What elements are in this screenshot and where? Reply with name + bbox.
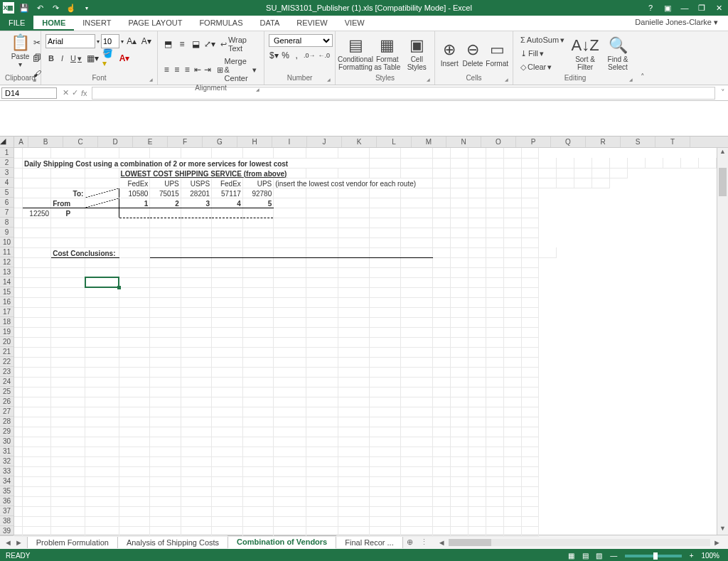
cell-P39[interactable] bbox=[450, 526, 468, 536]
cell-O16[interactable] bbox=[432, 297, 450, 307]
cell-H23[interactable] bbox=[212, 367, 243, 377]
cell-N22[interactable] bbox=[401, 357, 432, 367]
font-color-icon[interactable]: A▾ bbox=[117, 51, 132, 65]
cell-G18[interactable] bbox=[181, 317, 211, 327]
cell-B8[interactable] bbox=[23, 218, 51, 228]
cell-C26[interactable] bbox=[51, 397, 85, 407]
cell-H27[interactable] bbox=[212, 407, 243, 417]
cell-F7[interactable] bbox=[150, 208, 181, 218]
cell-J15[interactable] bbox=[274, 287, 306, 297]
cell-H12[interactable] bbox=[212, 257, 243, 267]
cell-T6[interactable] bbox=[521, 198, 539, 208]
cell-M12[interactable] bbox=[370, 257, 401, 267]
cell-F19[interactable] bbox=[150, 327, 181, 337]
cell-E23[interactable] bbox=[119, 367, 150, 377]
cell-P32[interactable] bbox=[450, 456, 468, 466]
cell-C25[interactable] bbox=[51, 387, 85, 397]
row-header-28[interactable]: 28 bbox=[0, 417, 14, 427]
cell-G32[interactable] bbox=[181, 456, 211, 466]
cell-J11[interactable] bbox=[306, 247, 338, 257]
touch-mode-icon[interactable]: ☝ bbox=[65, 2, 77, 14]
cell-M17[interactable] bbox=[370, 307, 401, 317]
cell-B25[interactable] bbox=[23, 387, 51, 397]
cell-Q2[interactable] bbox=[646, 158, 663, 168]
cell-Q8[interactable] bbox=[468, 218, 486, 228]
cell-Q34[interactable] bbox=[468, 476, 486, 486]
cell-R5[interactable] bbox=[486, 188, 503, 198]
cell-N7[interactable] bbox=[401, 208, 432, 218]
row-header-38[interactable]: 38 bbox=[0, 516, 14, 526]
cell-T19[interactable] bbox=[521, 327, 539, 337]
cell-H4[interactable]: FedEx bbox=[212, 178, 243, 188]
cell-G10[interactable] bbox=[181, 237, 211, 247]
cell-D20[interactable] bbox=[85, 337, 119, 347]
minimize-icon[interactable]: — bbox=[680, 4, 690, 13]
cell-B15[interactable] bbox=[23, 287, 51, 297]
cell-L27[interactable] bbox=[338, 407, 369, 417]
cell-I24[interactable] bbox=[242, 377, 273, 387]
cell-I2[interactable] bbox=[503, 158, 521, 168]
cell-C21[interactable] bbox=[51, 347, 85, 357]
cell-N10[interactable] bbox=[401, 237, 432, 247]
cell-S11[interactable] bbox=[521, 247, 539, 257]
cell-R26[interactable] bbox=[486, 397, 503, 407]
cell-H5[interactable]: 57117 bbox=[212, 188, 243, 198]
row-header-37[interactable]: 37 bbox=[0, 506, 14, 516]
font-size-combo[interactable] bbox=[101, 34, 119, 48]
row-header-35[interactable]: 35 bbox=[0, 486, 14, 496]
cell-F20[interactable] bbox=[150, 337, 181, 347]
cell-F14[interactable] bbox=[150, 277, 181, 287]
cell-N21[interactable] bbox=[401, 347, 432, 357]
cell-M31[interactable] bbox=[370, 447, 401, 456]
cell-M30[interactable] bbox=[370, 437, 401, 447]
cell-C17[interactable] bbox=[51, 307, 85, 317]
cell-A6[interactable] bbox=[14, 198, 23, 208]
cell-E26[interactable] bbox=[119, 397, 150, 407]
align-bottom-icon[interactable]: ⬓ bbox=[190, 37, 202, 51]
cell-J19[interactable] bbox=[274, 327, 306, 337]
cell-O23[interactable] bbox=[432, 367, 450, 377]
cell-Q25[interactable] bbox=[468, 387, 486, 397]
cell-C12[interactable] bbox=[51, 257, 85, 267]
cell-N12[interactable] bbox=[401, 257, 432, 267]
cell-A31[interactable] bbox=[14, 447, 23, 456]
cell-J4[interactable]: (insert the lowest cost vendor for each … bbox=[274, 178, 433, 188]
cell-I17[interactable] bbox=[242, 307, 273, 317]
cell-P13[interactable] bbox=[450, 267, 468, 277]
cell-L3[interactable] bbox=[468, 168, 486, 178]
cell-P19[interactable] bbox=[450, 327, 468, 337]
cell-A12[interactable] bbox=[14, 257, 23, 267]
cell-L33[interactable] bbox=[338, 466, 369, 476]
cell-T16[interactable] bbox=[521, 297, 539, 307]
cell-E3[interactable]: LOWEST COST SHIPPING SERVICE (from above… bbox=[119, 168, 306, 178]
cell-D24[interactable] bbox=[85, 377, 119, 387]
cell-E22[interactable] bbox=[119, 357, 150, 367]
cell-C30[interactable] bbox=[51, 437, 85, 447]
cell-F24[interactable] bbox=[150, 377, 181, 387]
cell-B27[interactable] bbox=[23, 407, 51, 417]
cell-Q22[interactable] bbox=[468, 357, 486, 367]
cell-J22[interactable] bbox=[274, 357, 306, 367]
cell-E18[interactable] bbox=[119, 317, 150, 327]
cell-D32[interactable] bbox=[85, 456, 119, 466]
sheet-tab-problem-formulation[interactable]: Problem Formulation bbox=[27, 536, 118, 548]
cell-T8[interactable] bbox=[521, 218, 539, 228]
cell-S30[interactable] bbox=[503, 437, 521, 447]
cell-B33[interactable] bbox=[23, 466, 51, 476]
cell-M4[interactable] bbox=[468, 178, 486, 188]
cell-N11[interactable] bbox=[432, 247, 450, 257]
cell-A29[interactable] bbox=[14, 427, 23, 437]
tab-file[interactable]: FILE bbox=[0, 16, 33, 31]
cell-S3[interactable] bbox=[592, 168, 610, 178]
cell-F31[interactable] bbox=[150, 447, 181, 456]
cell-D10[interactable] bbox=[85, 237, 119, 247]
align-right-icon[interactable]: ≡ bbox=[183, 63, 192, 77]
cell-F38[interactable] bbox=[150, 516, 181, 526]
hscroll-left-icon[interactable]: ◄ bbox=[435, 538, 449, 547]
cell-R2[interactable] bbox=[663, 158, 681, 168]
cell-S7[interactable] bbox=[503, 208, 521, 218]
cell-P3[interactable] bbox=[539, 168, 557, 178]
cell-D29[interactable] bbox=[85, 427, 119, 437]
cell-R35[interactable] bbox=[486, 486, 503, 496]
zoom-out-icon[interactable]: — bbox=[610, 552, 617, 560]
